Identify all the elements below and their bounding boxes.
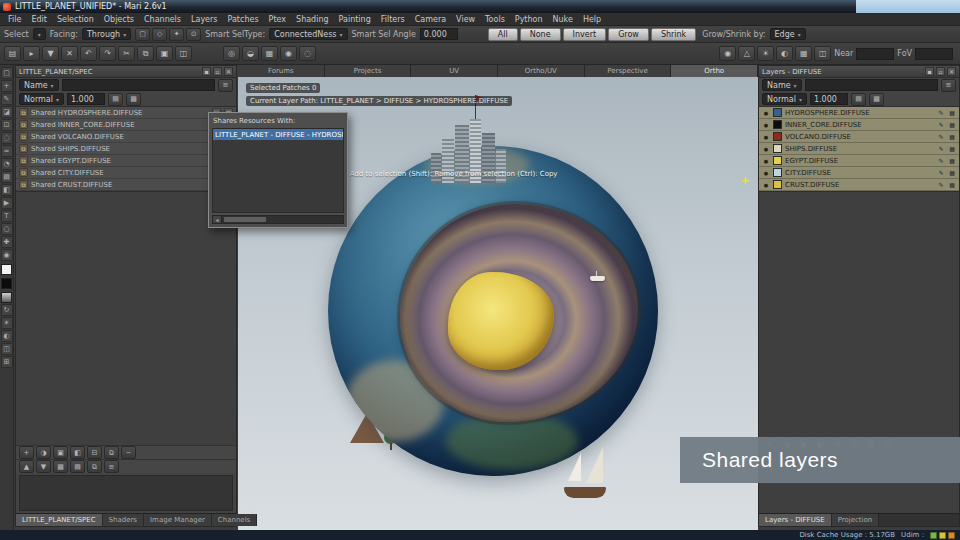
viewport-tab[interactable]: Projects	[325, 65, 412, 77]
mirror-icon[interactable]: ◫	[814, 46, 831, 61]
blur-icon[interactable]: ◌	[1, 132, 13, 144]
save-project-icon[interactable]: ▼	[42, 46, 59, 61]
bake-icon[interactable]: ◉	[280, 46, 297, 61]
wireframe-icon[interactable]: ▦	[795, 46, 812, 61]
visibility-eye-icon[interactable]: ●	[762, 158, 770, 164]
pan-icon[interactable]: ✚	[1, 236, 13, 248]
paste-icon[interactable]: ▣	[156, 46, 173, 61]
undo-icon[interactable]: ↶	[80, 46, 97, 61]
lighting-icon[interactable]: ☀	[757, 46, 774, 61]
menu-item[interactable]: View	[451, 15, 480, 24]
share-layer-icon[interactable]: ⧉	[87, 460, 102, 473]
panel-float-icon[interactable]: ▫	[936, 67, 945, 76]
menu-item[interactable]: Filters	[376, 15, 410, 24]
paint-icon[interactable]: ✎	[937, 133, 945, 140]
lock-icon[interactable]: ▩	[948, 145, 956, 152]
panel-tab[interactable]: Layers - DIFFUSE	[759, 514, 832, 526]
eraser-icon[interactable]: ◪	[1, 106, 13, 118]
lock-icon[interactable]: ▩	[948, 157, 956, 164]
mask-tool-icon[interactable]: ◐	[1, 330, 13, 342]
paint-buffer-icon[interactable]: ▦	[261, 46, 278, 61]
dodge-icon[interactable]: ◔	[1, 158, 13, 170]
menu-item[interactable]: Python	[510, 15, 548, 24]
paint-icon[interactable]: ✎	[937, 181, 945, 188]
lock-icon[interactable]: ▩	[948, 169, 956, 176]
scrollbar-thumb[interactable]	[224, 217, 266, 222]
paint-icon[interactable]: ✎	[937, 109, 945, 116]
layer-row[interactable]: ● HYDROSPHERE.DIFFUSE ✎ ▩	[759, 107, 959, 119]
menu-item[interactable]: Tools	[480, 15, 510, 24]
gradient-swatch[interactable]	[1, 292, 12, 303]
shared-layer-row[interactable]: ⧉ Shared INNER_CORE.DIFFUSE ▤ ▩	[16, 119, 236, 131]
smudge-icon[interactable]: ≈	[1, 145, 13, 157]
select-patches-icon[interactable]: ◇	[152, 28, 167, 41]
selection-action-button[interactable]: All	[488, 28, 518, 41]
layer-filter-input[interactable]	[805, 79, 938, 91]
selection-action-button[interactable]: None	[520, 28, 561, 41]
duplicate-layer-icon[interactable]: ⧉	[104, 446, 119, 459]
perspective-icon[interactable]: △	[738, 46, 755, 61]
selection-action-button[interactable]: Invert	[563, 28, 607, 41]
eyedropper-icon[interactable]: ◉	[1, 249, 13, 261]
viewport-tab[interactable]: Ortho/UV	[498, 65, 585, 77]
copy-icon[interactable]: ⧉	[137, 46, 154, 61]
menu-item[interactable]: File	[3, 15, 26, 24]
opacity-input[interactable]	[810, 93, 848, 105]
menu-item[interactable]: Edit	[26, 15, 52, 24]
blend-mode-dropdown[interactable]: Normal ▾	[19, 93, 64, 105]
panel-close-icon[interactable]: ✕	[224, 67, 233, 76]
panel-header[interactable]: Layers - DIFFUSE ▪ ▫ ✕	[759, 66, 959, 78]
fov-input[interactable]	[915, 48, 953, 60]
panel-tab[interactable]: Shaders	[103, 514, 144, 526]
menu-item[interactable]: Layers	[186, 15, 222, 24]
panel-pin-icon[interactable]: ▪	[202, 67, 211, 76]
new-project-icon[interactable]: ▤	[4, 46, 21, 61]
selection-action-button[interactable]: Shrink	[651, 28, 696, 41]
panel-header[interactable]: LITTLE_PLANET/SPEC ▪ ▫ ✕	[16, 66, 236, 78]
near-input[interactable]	[856, 48, 894, 60]
panel-tab[interactable]: Channels	[212, 514, 257, 526]
selection-action-button[interactable]: Grow	[608, 28, 649, 41]
visibility-eye-icon[interactable]: ●	[762, 122, 770, 128]
grow-shrink-dropdown[interactable]: Edge ▾	[770, 28, 806, 40]
paint-bucket-icon[interactable]: ◧	[1, 184, 13, 196]
panel-close-icon[interactable]: ✕	[947, 67, 956, 76]
menu-item[interactable]: Patches	[223, 15, 264, 24]
paint-brush-icon[interactable]: ✎	[1, 93, 13, 105]
shared-layer-row[interactable]: ⧉ Shared CRUST.DIFFUSE ▤ ▩	[16, 179, 236, 191]
blend-mode-dropdown[interactable]: Normal ▾	[762, 93, 807, 105]
shared-resource-item[interactable]: LITTLE_PLANET - DIFFUSE - HYDROSPHERE.DI	[213, 129, 343, 140]
titlebar[interactable]: LITTLE_PLANET_UNIFIED* - Mari 2.6v1	[0, 0, 960, 13]
paint-target-icon[interactable]: ◎	[223, 46, 240, 61]
foreground-color-swatch[interactable]	[1, 264, 12, 275]
clear-paint-icon[interactable]: ◌	[299, 46, 316, 61]
background-color-swatch[interactable]	[1, 278, 12, 289]
remove-layer-icon[interactable]: −	[121, 446, 136, 459]
paint-icon[interactable]: ✎	[937, 157, 945, 164]
layer-row[interactable]: ● INNER_CORE.DIFFUSE ✎ ▩	[759, 119, 959, 131]
filter-icon[interactable]: ≡	[941, 79, 956, 92]
scroll-left-icon[interactable]: ◂	[213, 216, 222, 223]
lock-icon[interactable]: ▩	[126, 93, 141, 106]
layer-row[interactable]: ● EGYPT.DIFFUSE ✎ ▩	[759, 155, 959, 167]
layer-filter-input[interactable]	[62, 79, 215, 91]
opacity-input[interactable]	[67, 93, 105, 105]
add-adjustment-icon[interactable]: ◑	[36, 446, 51, 459]
vector-icon[interactable]: ▶	[1, 197, 13, 209]
panel-float-icon[interactable]: ▫	[213, 67, 222, 76]
panel-pin-icon[interactable]: ▪	[925, 67, 934, 76]
gradient-icon[interactable]: ▤	[1, 171, 13, 183]
rotate-view-icon[interactable]: ↻	[1, 304, 13, 316]
layer-row[interactable]: ● SHIPS.DIFFUSE ✎ ▩	[759, 143, 959, 155]
add-mask-icon[interactable]: ◧	[70, 446, 85, 459]
visibility-eye-icon[interactable]: ●	[762, 110, 770, 116]
menu-item[interactable]: Nuke	[548, 15, 578, 24]
menu-item[interactable]: Selection	[52, 15, 99, 24]
merge-layers-icon[interactable]: ⊟	[87, 446, 102, 459]
paint-icon[interactable]: ✎	[937, 145, 945, 152]
shared-layer-row[interactable]: ⧉ Shared VOLCANO.DIFFUSE ▤ ▩	[16, 131, 236, 143]
visibility-eye-icon[interactable]: ●	[762, 134, 770, 140]
filter-icon[interactable]: ≡	[218, 79, 233, 92]
redo-icon[interactable]: ↷	[99, 46, 116, 61]
paint-icon[interactable]: ✎	[937, 169, 945, 176]
